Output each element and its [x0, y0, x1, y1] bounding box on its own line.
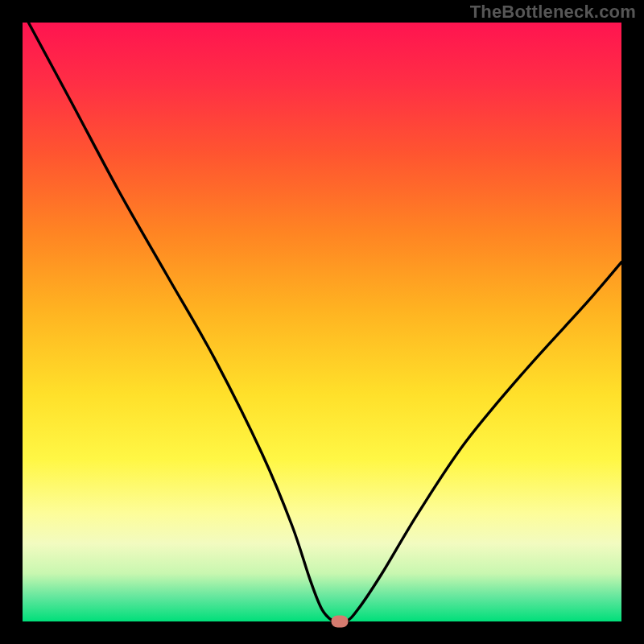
chart-frame: TheBottleneck.com — [0, 0, 644, 644]
curve-layer — [23, 23, 621, 621]
watermark-text: TheBottleneck.com — [470, 2, 636, 23]
optimum-marker — [332, 616, 349, 628]
plot-area — [23, 23, 621, 621]
bottleneck-curve-path — [28, 23, 621, 623]
